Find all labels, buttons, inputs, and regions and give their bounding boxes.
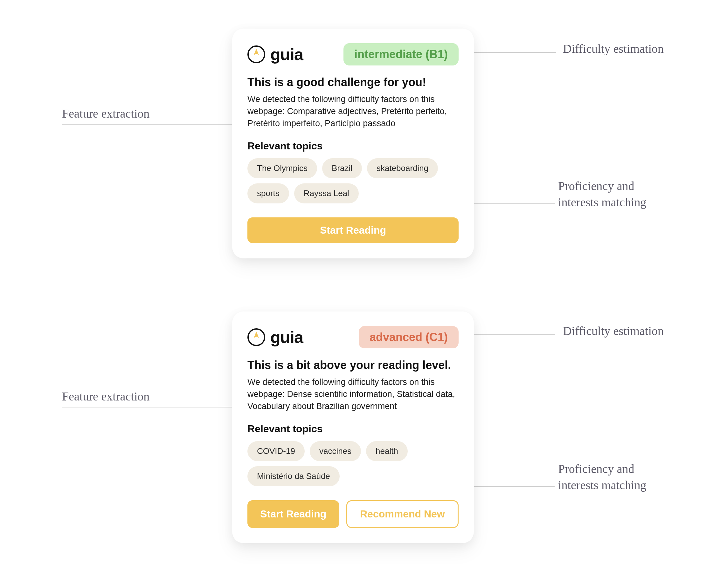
topic-chip[interactable]: Ministério da Saúde: [247, 466, 340, 486]
guia-card: guia intermediate (B1) This is a good ch…: [232, 28, 474, 258]
logo: guia: [247, 328, 303, 347]
topic-chip[interactable]: health: [366, 441, 408, 461]
logo-text: guia: [270, 45, 303, 64]
logo: guia: [247, 45, 303, 64]
topic-chip[interactable]: vaccines: [310, 441, 361, 461]
leader-line: [62, 124, 243, 125]
compass-icon: [247, 45, 265, 63]
topics-heading: Relevant topics: [247, 423, 459, 435]
svg-point-1: [248, 329, 265, 345]
topic-chip[interactable]: COVID-19: [247, 441, 305, 461]
annotation-difficulty: Difficulty estimation: [563, 41, 664, 57]
annotation-feature-extraction: Feature extraction: [62, 106, 149, 122]
start-reading-button[interactable]: Start Reading: [247, 217, 459, 243]
recommend-new-button[interactable]: Recommend New: [346, 500, 459, 528]
card-description: We detected the following difficulty fac…: [247, 93, 459, 129]
topic-chip[interactable]: Brazil: [322, 158, 362, 178]
card-description: We detected the following difficulty fac…: [247, 376, 459, 412]
card-title: This is a bit above your reading level.: [247, 358, 459, 372]
topic-chip[interactable]: sports: [247, 183, 289, 204]
annotation-feature-extraction: Feature extraction: [62, 388, 149, 405]
topic-chip[interactable]: Rayssa Leal: [294, 183, 359, 204]
annotation-matching: Proficiency andinterests matching: [558, 178, 647, 211]
annotation-difficulty: Difficulty estimation: [563, 323, 664, 339]
leader-line: [468, 52, 556, 53]
logo-text: guia: [270, 328, 303, 347]
card-title: This is a good challenge for you!: [247, 76, 459, 89]
topic-chip[interactable]: The Olympics: [247, 158, 317, 178]
leader-line: [62, 407, 243, 407]
difficulty-badge: advanced (C1): [359, 326, 459, 348]
start-reading-button[interactable]: Start Reading: [247, 500, 339, 528]
guia-card: guia advanced (C1) This is a bit above y…: [232, 312, 474, 543]
topics-chips: COVID-19vaccineshealthMinistério da Saúd…: [247, 441, 459, 486]
leader-line: [463, 204, 555, 204]
button-row: Start Reading: [247, 217, 459, 243]
button-row: Start ReadingRecommend New: [247, 500, 459, 528]
topics-chips: The OlympicsBrazilskateboardingsportsRay…: [247, 158, 459, 204]
card-header: guia advanced (C1): [247, 326, 459, 348]
leader-line: [468, 486, 555, 487]
svg-point-0: [248, 46, 265, 63]
compass-icon: [247, 328, 265, 346]
annotation-matching: Proficiency andinterests matching: [558, 461, 647, 493]
difficulty-badge: intermediate (B1): [344, 43, 459, 65]
topic-chip[interactable]: skateboarding: [367, 158, 438, 178]
topics-heading: Relevant topics: [247, 140, 459, 152]
card-header: guia intermediate (B1): [247, 43, 459, 65]
